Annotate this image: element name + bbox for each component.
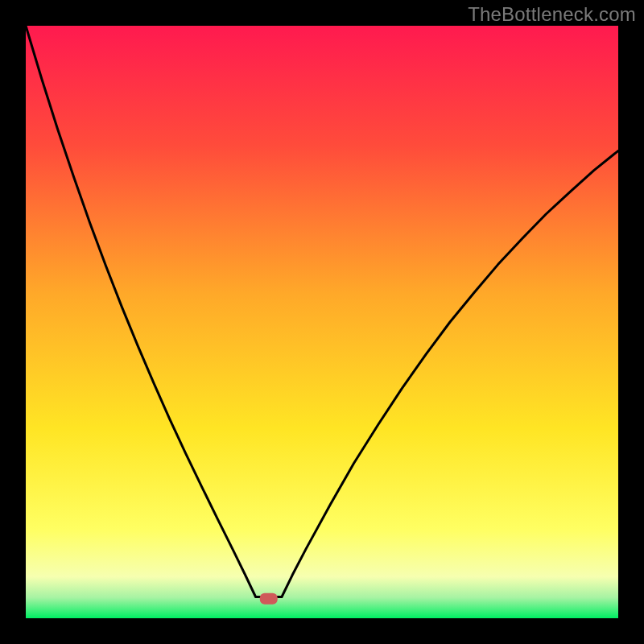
- green-band: [26, 586, 618, 618]
- watermark-text: TheBottleneck.com: [468, 3, 636, 26]
- optimum-marker: [260, 593, 278, 605]
- plot-background: [26, 26, 618, 618]
- bottleneck-chart: [0, 0, 644, 644]
- chart-container: TheBottleneck.com: [0, 0, 644, 644]
